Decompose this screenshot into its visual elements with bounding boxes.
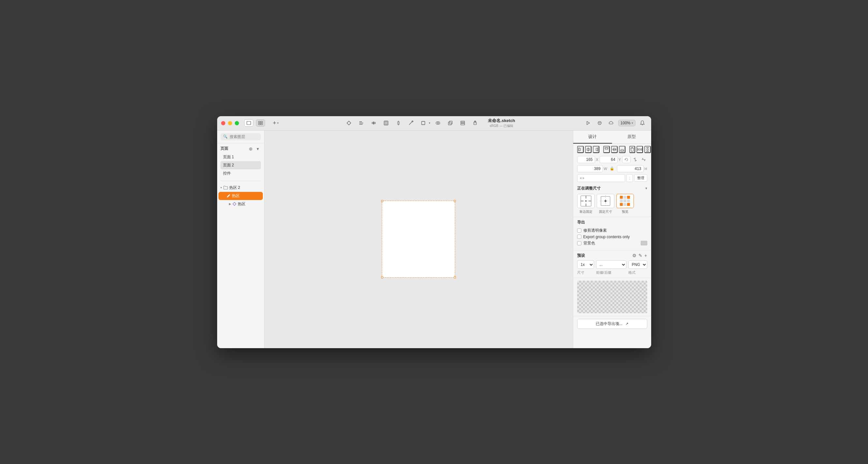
svg-rect-21 bbox=[461, 121, 465, 122]
pen-tool[interactable] bbox=[406, 118, 416, 127]
group-chevron-icon: ▾ bbox=[220, 186, 222, 189]
add-page-button[interactable]: ⊕ bbox=[248, 146, 254, 152]
bgcolor-row: 背景色 bbox=[577, 240, 647, 246]
bring-forward-tool[interactable] bbox=[470, 118, 480, 127]
distribute-h-btn[interactable] bbox=[637, 146, 643, 153]
component-tool[interactable] bbox=[394, 118, 403, 127]
tab-design[interactable]: 设计 bbox=[573, 130, 612, 144]
bgcolor-checkbox[interactable] bbox=[577, 241, 581, 245]
frame-tool[interactable] bbox=[381, 118, 391, 127]
panel-tabs: 设计 原型 bbox=[573, 130, 651, 144]
resize-options: 靠边固定 bbox=[577, 194, 647, 214]
maximize-button[interactable] bbox=[235, 121, 239, 125]
presets-edit-btn[interactable]: ✎ bbox=[639, 253, 642, 258]
handle-tr[interactable] bbox=[454, 200, 456, 202]
w-input[interactable]: 389 bbox=[577, 165, 603, 172]
main-layout: 🔍 页面 ⊕ ▾ 页面 1 页面 2 bbox=[217, 130, 651, 348]
single-view-button[interactable] bbox=[244, 119, 253, 126]
sub-chevron-icon: ▶ bbox=[229, 202, 231, 206]
resize-collapse-btn[interactable]: ▾ bbox=[645, 186, 647, 191]
presets-add-btn[interactable]: + bbox=[644, 253, 647, 258]
align-horizontal-centers-btn[interactable] bbox=[585, 146, 591, 153]
shape-tool-dropdown[interactable]: ▾ bbox=[429, 121, 430, 125]
title-bar: + ▾ bbox=[217, 116, 651, 130]
align-top-edges-btn[interactable] bbox=[603, 146, 610, 153]
minimize-button[interactable] bbox=[228, 121, 232, 125]
resize-title: 正在调整尺寸 bbox=[577, 186, 600, 191]
h-input[interactable]: 413 bbox=[617, 165, 644, 172]
group-export-checkbox[interactable] bbox=[577, 235, 581, 239]
copy-tool[interactable] bbox=[445, 118, 455, 127]
suffix-col-label: 前缀/后缀 bbox=[596, 270, 626, 275]
add-button[interactable]: + ▾ bbox=[270, 118, 282, 127]
insert-tool[interactable] bbox=[344, 118, 354, 127]
suffix-select[interactable]: ... bbox=[596, 260, 626, 269]
scale-select[interactable]: 1x bbox=[577, 260, 594, 269]
svg-marker-23 bbox=[587, 121, 590, 125]
align-left-edges-btn[interactable] bbox=[577, 146, 584, 153]
hotspot-edit-icon bbox=[226, 194, 230, 198]
y-input[interactable]: 64 bbox=[600, 156, 618, 163]
format-select[interactable]: PNG bbox=[628, 260, 647, 269]
handle-br[interactable] bbox=[454, 277, 456, 278]
cloud-button[interactable] bbox=[607, 118, 616, 127]
w-field-group: 389 W bbox=[577, 165, 608, 172]
rotation-field[interactable] bbox=[622, 156, 630, 163]
svg-rect-9 bbox=[372, 122, 373, 124]
svg-rect-19 bbox=[461, 124, 465, 125]
flip-v-btn[interactable] bbox=[640, 156, 647, 163]
search-input[interactable] bbox=[229, 135, 258, 139]
shape-tool[interactable] bbox=[418, 118, 428, 127]
align-vertical-centers-btn[interactable] bbox=[611, 146, 618, 153]
resize-option-pin[interactable]: 靠边固定 bbox=[577, 194, 595, 214]
layer-item-symbol[interactable]: ▶ 热区 bbox=[217, 200, 264, 208]
page-item-1[interactable]: 页面 1 bbox=[220, 153, 261, 161]
layers-tool[interactable] bbox=[458, 118, 468, 127]
view-mode-buttons bbox=[244, 119, 265, 126]
notifications-button[interactable] bbox=[638, 118, 647, 127]
tab-prototype[interactable]: 原型 bbox=[612, 130, 651, 144]
close-button[interactable] bbox=[221, 121, 225, 125]
bgcolor-swatch[interactable] bbox=[641, 241, 647, 245]
arrange-button[interactable]: 整理 bbox=[634, 174, 647, 182]
flip-h-btn[interactable] bbox=[632, 156, 639, 163]
canvas-area[interactable] bbox=[265, 130, 573, 348]
export-selected-button[interactable]: 已选中导出项... ↗ bbox=[577, 319, 647, 329]
align-tool[interactable] bbox=[356, 118, 366, 127]
export-section: 导出 修剪透明像素 Export group contents only 背景色 bbox=[573, 217, 651, 250]
layer-item-hotspot-selected[interactable]: 热区 bbox=[218, 192, 263, 200]
resize-option-fixed[interactable]: 固定尺寸 bbox=[597, 194, 614, 214]
search-wrapper[interactable]: 🔍 bbox=[220, 133, 261, 140]
handle-tl[interactable] bbox=[381, 200, 383, 202]
resize-section: 正在调整尺寸 ▾ bbox=[573, 183, 651, 217]
distribute-v-btn[interactable] bbox=[644, 146, 651, 153]
layer-group-header[interactable]: ▾ 热区 2 bbox=[217, 184, 264, 192]
grid-cell-tl bbox=[620, 196, 623, 199]
page-item-3[interactable]: 控件 bbox=[220, 169, 261, 177]
pages-menu-button[interactable]: ▾ bbox=[255, 146, 261, 152]
svg-rect-12 bbox=[385, 122, 387, 124]
handle-bl[interactable] bbox=[381, 277, 383, 278]
grid-view-button[interactable] bbox=[256, 119, 265, 126]
grid-cell-ml bbox=[620, 199, 623, 202]
align-right-edges-btn[interactable] bbox=[593, 146, 599, 153]
preview-button[interactable] bbox=[583, 118, 593, 127]
mirror-button[interactable] bbox=[595, 118, 604, 127]
presets-settings-btn[interactable]: ⚙ bbox=[632, 253, 637, 258]
w-label: W bbox=[604, 167, 607, 171]
lock-icon[interactable]: 🔒 bbox=[609, 167, 616, 171]
combine-tool[interactable] bbox=[433, 118, 443, 127]
align-bottom-edges-btn[interactable] bbox=[619, 146, 625, 153]
page-item-2[interactable]: 页面 2 bbox=[220, 161, 261, 169]
x-input[interactable]: 165 bbox=[577, 156, 595, 163]
distribute-tool[interactable] bbox=[369, 118, 378, 127]
bgcolor-swatch-area[interactable] bbox=[641, 241, 647, 245]
delete-btn[interactable] bbox=[629, 146, 635, 153]
zoom-control[interactable]: 100% ▾ bbox=[618, 120, 636, 126]
resize-option-preview[interactable]: 预览 bbox=[616, 194, 634, 214]
app-window: + ▾ bbox=[217, 116, 651, 348]
trim-checkbox[interactable] bbox=[577, 228, 581, 233]
right-panel: 设计 原型 bbox=[573, 130, 651, 348]
resize-preview-grid bbox=[620, 196, 630, 206]
layer-group-label: 热区 2 bbox=[229, 185, 240, 191]
